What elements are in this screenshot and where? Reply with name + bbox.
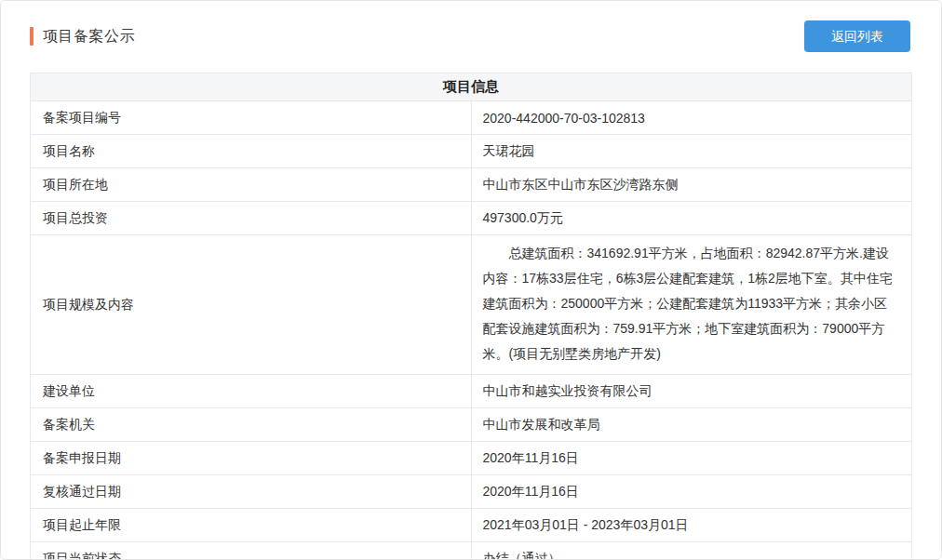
row-value: 2020年11月16日 [471,442,912,475]
row-label: 项目当前状态 [31,542,472,560]
project-info-table: 项目信息 备案项目编号 2020-442000-70-03-102813 项目名… [30,73,912,560]
row-label: 项目所在地 [31,168,472,202]
table-row: 项目总投资 497300.0万元 [31,202,912,235]
row-value: 办结（通过） [471,542,912,560]
table-row: 项目所在地 中山市东区中山市东区沙湾路东侧 [31,168,912,202]
row-label: 备案机关 [31,408,472,442]
row-label: 项目名称 [31,135,472,168]
page-title: 项目备案公示 [43,27,135,47]
row-label: 项目规模及内容 [31,235,472,375]
table-row: 备案机关 中山市发展和改革局 [31,408,912,442]
row-value: 天珺花园 [471,135,912,168]
project-info-table-wrap: 项目信息 备案项目编号 2020-442000-70-03-102813 项目名… [1,73,941,560]
table-title: 项目信息 [31,73,912,101]
row-value: 2021年03月01日 - 2023年03月01日 [471,509,912,542]
table-row: 项目规模及内容 总建筑面积：341692.91平方米，占地面积：82942.87… [31,235,912,375]
table-row: 备案项目编号 2020-442000-70-03-102813 [31,101,912,135]
row-value: 2020年11月16日 [471,475,912,509]
row-value: 497300.0万元 [471,202,912,235]
row-label: 复核通过日期 [31,475,472,509]
row-label: 项目起止年限 [31,509,472,542]
row-value: 中山市和越实业投资有限公司 [471,375,912,408]
row-label: 项目总投资 [31,202,472,235]
table-row: 复核通过日期 2020年11月16日 [31,475,912,509]
title-wrap: 项目备案公示 [30,27,135,47]
row-value: 中山市东区中山市东区沙湾路东侧 [471,168,912,202]
row-label: 备案申报日期 [31,442,472,475]
row-value: 2020-442000-70-03-102813 [471,101,912,135]
table-row: 项目起止年限 2021年03月01日 - 2023年03月01日 [31,509,912,542]
row-label: 备案项目编号 [31,101,472,135]
table-row: 备案申报日期 2020年11月16日 [31,442,912,475]
back-to-list-button[interactable]: 返回列表 [804,20,910,52]
page-header: 项目备案公示 返回列表 [1,1,941,73]
row-label: 建设单位 [31,375,472,408]
title-accent-bar [30,27,34,46]
table-row: 项目当前状态 办结（通过） [31,542,912,560]
table-row: 建设单位 中山市和越实业投资有限公司 [31,375,912,408]
table-row: 项目名称 天珺花园 [31,135,912,168]
row-value: 中山市发展和改革局 [471,408,912,442]
filing-publicity-page: 项目备案公示 返回列表 项目信息 备案项目编号 2020-442000-70-0… [0,0,942,560]
row-value: 总建筑面积：341692.91平方米，占地面积：82942.87平方米.建设内容… [471,235,912,375]
table-header-row: 项目信息 [31,73,912,101]
